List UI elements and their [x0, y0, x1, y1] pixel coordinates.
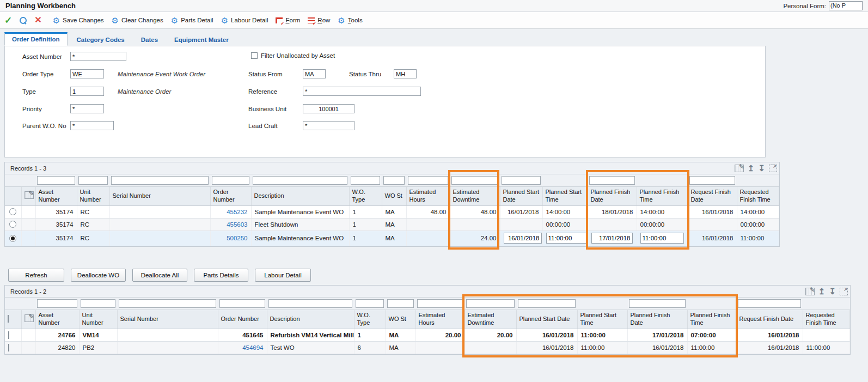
save-changes-button[interactable]: ⚙ Save Changes	[53, 16, 104, 25]
order-number-link[interactable]: 455232	[227, 209, 247, 215]
priority-field[interactable]	[70, 104, 104, 113]
col-request-finish-date[interactable]: Request Finish Date	[688, 186, 737, 205]
grid1-filter-planned-finish-date[interactable]	[589, 176, 635, 185]
grid1-filter-request-finish-date[interactable]	[689, 176, 735, 185]
grid1-filter-planned-start-date[interactable]	[502, 176, 541, 185]
col-unit-number[interactable]: Unit Number	[77, 186, 109, 205]
asset-number-field[interactable]	[70, 52, 126, 61]
grid1-filter-serial[interactable]	[111, 176, 209, 185]
type-field[interactable]	[70, 87, 104, 96]
status-thru-field[interactable]	[394, 69, 417, 78]
deallocate-wo-button[interactable]: Deallocate WO	[71, 269, 126, 282]
parts-detail-button[interactable]: ⚙ Parts Detail	[171, 16, 213, 25]
deallocate-all-button[interactable]: Deallocate All	[132, 269, 187, 282]
maximize-grid-icon[interactable]	[840, 288, 848, 295]
order-number-link[interactable]: 455603	[227, 221, 247, 228]
col-asset-number[interactable]: Asset Number	[35, 186, 77, 205]
customize-grid-icon[interactable]	[805, 288, 815, 295]
planned-start-time-input[interactable]	[546, 233, 586, 244]
grid2-filter-desc[interactable]	[268, 299, 352, 308]
col-serial-number[interactable]: Serial Number	[109, 186, 210, 205]
labour-detail-button-2[interactable]: Labour Detail	[255, 269, 311, 282]
col-requested-finish-time[interactable]: Requested Finish Time	[803, 310, 850, 329]
grid2-filter-order[interactable]	[219, 299, 265, 308]
tab-dates[interactable]: Dates	[134, 34, 165, 46]
col-planned-start-date[interactable]: Planned Start Date	[500, 186, 542, 205]
grid2-filter-asset[interactable]	[37, 299, 77, 308]
export-icon[interactable]: ↥	[818, 287, 826, 295]
grid2-filter-wo-st[interactable]	[387, 299, 414, 308]
col-description[interactable]: Description	[251, 186, 349, 205]
parent-wo-field[interactable]	[70, 121, 114, 130]
col-requested-finish-time[interactable]: Requested Finish Time	[737, 186, 779, 205]
col-planned-finish-date[interactable]: Planned Finish Date	[588, 186, 637, 205]
grid2-filter-planned-finish-date[interactable]	[629, 299, 686, 308]
tools-menu[interactable]: ⚙ Tools	[338, 16, 362, 25]
tab-equipment-master[interactable]: Equipment Master	[167, 34, 236, 46]
col-wo-type[interactable]: W.O. Type	[354, 310, 386, 329]
import-icon[interactable]: ↧	[829, 287, 836, 295]
personal-form-select[interactable]: (No P	[829, 1, 863, 10]
col-planned-start-time[interactable]: Planned Start Time	[577, 310, 627, 329]
col-unit-number[interactable]: Unit Number	[79, 310, 117, 329]
tab-order-definition[interactable]: Order Definition	[4, 32, 68, 46]
col-asset-number[interactable]: Asset Number	[35, 310, 79, 329]
export-icon[interactable]: ↥	[748, 164, 755, 172]
ok-button[interactable]: ✓	[4, 16, 12, 25]
col-planned-start-date[interactable]: Planned Start Date	[516, 310, 577, 329]
col-wo-type[interactable]: W.O. Type	[349, 186, 382, 205]
col-planned-finish-date[interactable]: Planned Finish Date	[627, 310, 687, 329]
col-planned-start-time[interactable]: Planned Start Time	[542, 186, 588, 205]
grid1-filter-desc[interactable]	[253, 176, 347, 185]
grid1-filter-asset[interactable]	[37, 176, 75, 185]
business-unit-field[interactable]	[303, 104, 354, 113]
reference-field[interactable]	[303, 87, 421, 96]
form-menu[interactable]: Form	[276, 17, 300, 23]
grid2-filter-wo-type[interactable]	[356, 299, 384, 308]
col-planned-finish-time[interactable]: Planned Finish Time	[637, 186, 688, 205]
row-select-checkbox[interactable]	[8, 344, 9, 351]
select-all-checkbox[interactable]	[8, 315, 9, 323]
order-number-link[interactable]: 500250	[227, 235, 247, 241]
find-button[interactable]	[20, 17, 27, 24]
close-button[interactable]: ✕	[34, 16, 41, 25]
col-description[interactable]: Description	[267, 310, 354, 329]
parts-details-button[interactable]: Parts Details	[194, 269, 248, 282]
grid2-filter-serial[interactable]	[119, 299, 216, 308]
grid1-filter-unit[interactable]	[78, 176, 108, 185]
maximize-grid-icon[interactable]	[769, 165, 777, 172]
planned-start-date-input[interactable]	[504, 233, 542, 244]
tab-category-codes[interactable]: Category Codes	[70, 34, 132, 46]
filter-unallocated-checkbox[interactable]	[251, 52, 258, 59]
col-estimated-downtime[interactable]: Estimated Downtime	[450, 186, 500, 205]
grid1-filter-wo-st[interactable]	[383, 176, 405, 185]
col-wo-st[interactable]: WO St	[386, 310, 415, 329]
planned-finish-date-input[interactable]	[591, 233, 633, 244]
grid1-filter-est-hours[interactable]	[408, 176, 448, 185]
row-menu[interactable]: Row	[308, 17, 330, 23]
col-serial-number[interactable]: Serial Number	[117, 310, 218, 329]
grid2-filter-est-downtime[interactable]	[466, 299, 515, 308]
grid1-filter-wo-type[interactable]	[351, 176, 380, 185]
refresh-button[interactable]: Refresh	[8, 269, 64, 282]
lead-craft-field[interactable]	[303, 121, 354, 130]
col-order-number[interactable]: Order Number	[218, 310, 267, 329]
planned-finish-time-input[interactable]	[640, 233, 684, 244]
clear-changes-button[interactable]: ⚙ Clear Changes	[112, 16, 163, 25]
row-select-checkbox[interactable]	[8, 331, 9, 339]
customize-grid-icon[interactable]	[735, 165, 744, 172]
col-order-number[interactable]: Order Number	[210, 186, 251, 205]
grid2-filter-request-finish-date[interactable]	[738, 299, 801, 308]
row-select-radio[interactable]	[9, 208, 16, 215]
row-select-radio[interactable]	[9, 235, 16, 242]
order-type-field[interactable]	[70, 69, 104, 78]
row-select-radio[interactable]	[9, 221, 16, 228]
col-planned-finish-time[interactable]: Planned Finish Time	[687, 310, 736, 329]
col-estimated-hours[interactable]: Estimated Hours	[406, 186, 450, 205]
import-icon[interactable]: ↧	[758, 164, 765, 172]
order-number-link[interactable]: 454694	[242, 344, 263, 351]
col-request-finish-date[interactable]: Request Finish Date	[736, 310, 803, 329]
grid2-filter-est-hours[interactable]	[417, 299, 463, 308]
status-from-field[interactable]	[303, 69, 326, 78]
col-wo-st[interactable]: WO St	[382, 186, 406, 205]
